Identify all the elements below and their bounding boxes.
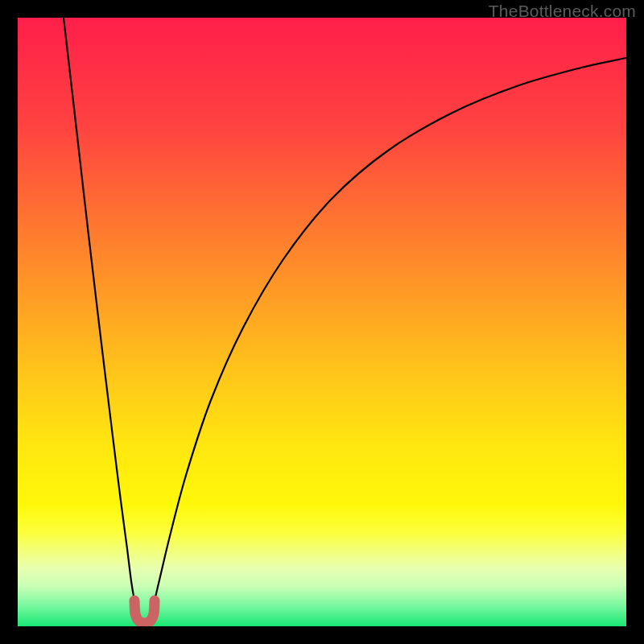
watermark-text: TheBottleneck.com	[489, 2, 636, 21]
chart-plot-area	[18, 18, 626, 626]
chart-background	[18, 18, 626, 626]
chart-frame: TheBottleneck.com	[0, 0, 644, 644]
chart-svg	[18, 18, 626, 626]
